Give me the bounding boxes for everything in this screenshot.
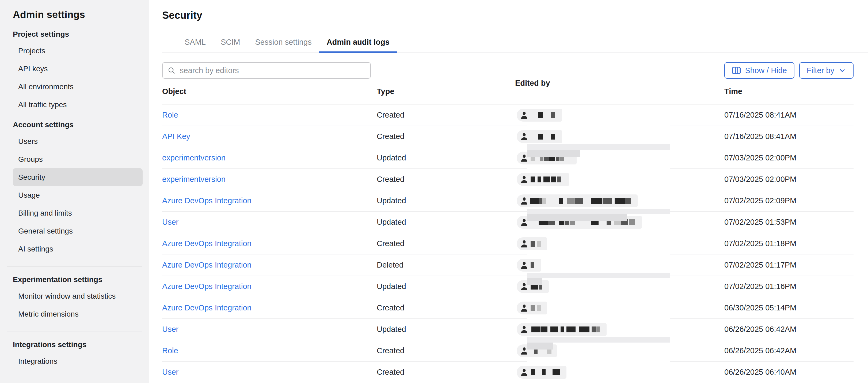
edited-by-cell [515, 319, 724, 340]
table-row: UserUpdated06/26/2025 06:42AM [162, 319, 854, 340]
redacted-editor-name-block [559, 198, 563, 204]
editor-avatar-pill [517, 259, 541, 272]
sidebar-section-header-account-settings: Account settings [13, 120, 143, 129]
redacted-editor-name-block [531, 369, 535, 375]
redaction-gap-patch [527, 125, 670, 126]
filter-by-button[interactable]: Filter by [799, 62, 854, 79]
type-cell: Created [377, 303, 515, 312]
sidebar-item-projects[interactable]: Projects [13, 42, 143, 60]
column-header-object: Object [162, 87, 377, 96]
type-cell: Created [377, 132, 515, 141]
sidebar-item-monitor-window-and-statistics[interactable]: Monitor window and statistics [13, 287, 143, 305]
sidebar-item-general-settings[interactable]: General settings [13, 222, 143, 240]
time-cell: 07/03/2025 02:00PM [724, 153, 854, 162]
object-link-azure-devops-integration[interactable]: Azure DevOps Integration [162, 282, 251, 291]
sidebar-item-all-environments[interactable]: All environments [13, 78, 143, 96]
editor-avatar-pill [517, 173, 569, 186]
object-link-user[interactable]: User [162, 325, 179, 333]
redacted-editor-name-block [531, 262, 534, 268]
redaction-gap-patch [527, 189, 670, 190]
redacted-editor-name-block [537, 177, 541, 182]
edited-by-cell [515, 105, 724, 126]
object-link-azure-devops-integration[interactable]: Azure DevOps Integration [162, 261, 251, 269]
sidebar-item-integrations[interactable]: Integrations [13, 352, 143, 370]
app-window: Admin settings Project settingsProjectsA… [0, 0, 868, 383]
redaction-overlay-bar [527, 337, 670, 343]
sidebar-title: Admin settings [13, 9, 149, 20]
redacted-editor-name-block [591, 198, 602, 204]
object-link-role[interactable]: Role [162, 346, 178, 355]
table-row: Azure DevOps IntegrationDeleted07/02/202… [162, 255, 854, 276]
redacted-editor-name-block [531, 177, 535, 182]
page-title: Security [162, 10, 854, 21]
sidebar-item-metric-dimensions[interactable]: Metric dimensions [13, 305, 143, 323]
time-cell: 07/02/2025 02:09PM [724, 196, 854, 205]
table-body: RoleCreated07/16/2025 08:41AMAPI KeyCrea… [162, 105, 854, 383]
sidebar-item-users[interactable]: Users [13, 132, 143, 150]
show-hide-button[interactable]: Show / Hide [724, 62, 795, 79]
tab-session-settings[interactable]: Session settings [248, 31, 319, 53]
type-cell: Updated [377, 196, 515, 205]
tab-admin-audit-logs[interactable]: Admin audit logs [319, 31, 397, 53]
redacted-editor-name-block [557, 177, 561, 182]
object-link-azure-devops-integration[interactable]: Azure DevOps Integration [162, 239, 251, 248]
table-row: experimentversionCreated07/03/2025 02:00… [162, 169, 854, 190]
sidebar-divider [7, 266, 142, 267]
redacted-editor-name-block [537, 241, 541, 247]
sidebar-item-usage[interactable]: Usage [13, 186, 143, 204]
redacted-editor-name-block [530, 198, 538, 204]
column-header-time: Time [724, 87, 854, 96]
type-cell: Created [377, 175, 515, 184]
person-icon [519, 260, 529, 270]
object-link-user[interactable]: User [162, 218, 179, 226]
redacted-editor-name-block [629, 219, 635, 225]
person-icon [519, 196, 529, 206]
person-icon [519, 110, 529, 120]
redacted-editor-name-block [531, 241, 535, 247]
redaction-gap-patch [527, 360, 670, 362]
sidebar-item-security[interactable]: Security [13, 168, 143, 186]
columns-icon [732, 66, 741, 75]
type-cell: Created [377, 368, 515, 377]
table-row: Azure DevOps IntegrationUpdated07/02/202… [162, 190, 854, 212]
edited-by-cell [515, 340, 724, 361]
type-cell: Updated [377, 153, 515, 162]
sidebar-section-header-experimentation-settings: Experimentation settings [13, 275, 143, 284]
redacted-editor-name-block [625, 198, 631, 204]
redacted-editor-name-block [538, 112, 543, 118]
sidebar-item-billing-and-limits[interactable]: Billing and limits [13, 204, 143, 222]
object-link-api-key[interactable]: API Key [162, 132, 190, 141]
object-link-experimentversion[interactable]: experimentversion [162, 153, 225, 162]
redacted-editor-name-block [592, 326, 596, 332]
object-link-azure-devops-integration[interactable]: Azure DevOps Integration [162, 303, 251, 312]
sidebar-section-header-integrations-settings: Integrations settings [13, 341, 143, 349]
time-cell: 06/30/2025 05:14PM [724, 303, 854, 312]
sidebar-item-groups[interactable]: Groups [13, 150, 143, 168]
object-link-experimentversion[interactable]: experimentversion [162, 175, 225, 183]
search-input[interactable] [179, 66, 366, 75]
edited-by-cell [515, 126, 724, 147]
redaction-gap-patch [527, 168, 670, 169]
tab-bar: SAMLSCIMSession settingsAdmin audit logs [162, 31, 868, 53]
edited-by-cell [515, 361, 724, 383]
show-hide-label: Show / Hide [745, 66, 787, 75]
redacted-editor-name-block [538, 198, 542, 204]
redacted-editor-name-block [615, 198, 625, 204]
sidebar-item-all-traffic-types[interactable]: All traffic types [13, 96, 143, 114]
edited-by-cell [515, 233, 724, 254]
sidebar-item-api-keys[interactable]: API keys [13, 60, 143, 78]
time-cell: 07/16/2025 08:41AM [724, 111, 854, 119]
object-link-azure-devops-integration[interactable]: Azure DevOps Integration [162, 196, 251, 205]
tab-scim[interactable]: SCIM [213, 31, 248, 53]
edited-by-cell [515, 212, 724, 233]
person-icon [519, 367, 529, 377]
redacted-editor-name-block [551, 134, 555, 140]
object-link-role[interactable]: Role [162, 111, 178, 119]
redacted-editor-name-block [551, 112, 555, 118]
table-row: API KeyCreated07/16/2025 08:41AM [162, 126, 854, 147]
person-icon [519, 239, 529, 248]
sidebar-item-ai-settings[interactable]: AI settings [13, 240, 143, 258]
object-link-user[interactable]: User [162, 368, 179, 376]
redacted-editor-name-block [544, 177, 550, 182]
tab-saml[interactable]: SAML [177, 31, 213, 53]
